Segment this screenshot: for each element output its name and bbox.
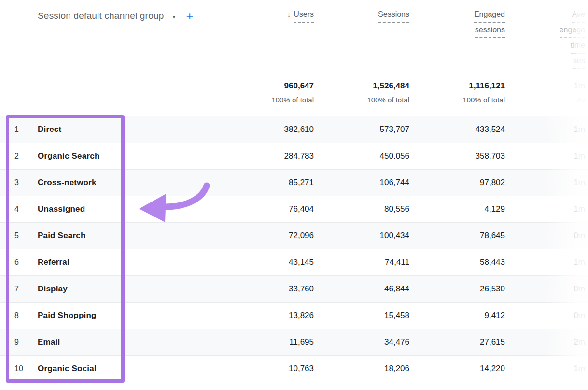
sessions-value: 100,434 bbox=[314, 231, 409, 241]
users-value: 11,695 bbox=[233, 337, 314, 347]
row-rank: 6 bbox=[14, 258, 38, 267]
channel-label: Organic Social bbox=[38, 364, 97, 374]
row-rank: 7 bbox=[14, 285, 38, 293]
sessions-column-header[interactable]: Sessions bbox=[314, 10, 409, 23]
channel-label: Email bbox=[38, 337, 60, 347]
table-row: 4Unassigned 76,404 80,556 4,129 1m bbox=[0, 196, 588, 222]
table-row: 2Organic Search 284,783 450,056 358,703 … bbox=[0, 143, 588, 169]
row-rank: 1 bbox=[14, 125, 38, 134]
users-value: 33,760 bbox=[233, 284, 314, 294]
sessions-value: 18,206 bbox=[314, 364, 409, 374]
totals-users-value: 960,647 bbox=[233, 81, 314, 91]
avg-engagement-value: 0m bbox=[505, 311, 588, 320]
channel-label: Organic Search bbox=[38, 151, 99, 161]
sessions-value: 46,844 bbox=[314, 284, 409, 294]
totals-sessions-value: 1,526,484 bbox=[314, 81, 409, 91]
avg-header-line3[interactable]: time bbox=[571, 41, 585, 54]
avg-engagement-value: 0m bbox=[505, 284, 588, 294]
avg-header-line2[interactable]: engage bbox=[560, 25, 585, 38]
avg-engagement-value: 1m bbox=[505, 178, 588, 188]
sessions-value: 15,458 bbox=[314, 311, 409, 320]
totals-avg-subtext: Av bbox=[505, 96, 585, 104]
engaged-value: 9,412 bbox=[409, 311, 505, 320]
channel-label: Unassigned bbox=[38, 204, 85, 214]
channel-label: Direct bbox=[38, 125, 61, 134]
totals-engaged-cell: 1,116,121 100% of total bbox=[409, 81, 505, 104]
avg-header-line1[interactable]: Ave bbox=[572, 10, 585, 23]
users-value: 10,763 bbox=[233, 364, 314, 374]
avg-engagement-value: 1m bbox=[505, 125, 588, 134]
table-row: 6Referral 43,145 74,411 58,443 1m bbox=[0, 249, 588, 275]
users-header-label[interactable]: Users bbox=[294, 10, 314, 23]
table-row: 8Paid Shopping 13,826 15,458 9,412 0m bbox=[0, 302, 588, 329]
avg-header-line4[interactable]: ses bbox=[573, 56, 585, 69]
totals-sessions-cell: 1,526,484 100% of total bbox=[314, 81, 409, 104]
totals-avg-cell: 1m Av bbox=[505, 81, 588, 104]
channel-label: Cross-network bbox=[38, 178, 97, 188]
sessions-value: 573,707 bbox=[314, 125, 409, 134]
engaged-header-line1[interactable]: Engaged bbox=[474, 10, 505, 23]
row-rank: 10 bbox=[14, 364, 38, 373]
engaged-value: 78,645 bbox=[409, 231, 505, 241]
users-value: 284,783 bbox=[233, 151, 314, 161]
engaged-value: 358,703 bbox=[409, 151, 505, 161]
engaged-value: 4,129 bbox=[409, 204, 505, 214]
engaged-value: 433,524 bbox=[409, 125, 505, 134]
table-row: 10Organic Social 10,763 18,206 14,220 1m bbox=[0, 355, 588, 382]
avg-engagement-value: 1m bbox=[505, 204, 588, 214]
channel-label: Referral bbox=[38, 258, 70, 267]
row-rank: 2 bbox=[14, 152, 38, 160]
row-rank: 9 bbox=[14, 338, 38, 347]
channel-label: Paid Search bbox=[38, 231, 86, 241]
engaged-value: 97,802 bbox=[409, 178, 505, 188]
totals-sessions-subtext: 100% of total bbox=[314, 96, 409, 104]
table-row: 3Cross-network 85,271 106,744 97,802 1m bbox=[0, 169, 588, 196]
engaged-value: 58,443 bbox=[409, 258, 505, 267]
avg-engagement-value: 2m bbox=[505, 337, 588, 347]
users-value: 43,145 bbox=[233, 258, 314, 267]
row-rank: 5 bbox=[14, 231, 38, 240]
users-value: 76,404 bbox=[233, 204, 314, 214]
users-value: 85,271 bbox=[233, 178, 314, 188]
avg-engagement-value: 1m bbox=[505, 364, 588, 374]
engaged-value: 26,530 bbox=[409, 284, 505, 294]
engaged-value: 27,615 bbox=[409, 337, 505, 347]
engaged-header-line2[interactable]: sessions bbox=[475, 25, 505, 38]
engaged-sessions-column-header[interactable]: Engaged sessions bbox=[409, 10, 505, 41]
table-row: 1Direct 382,610 573,707 433,524 1m bbox=[0, 116, 588, 143]
users-value: 13,826 bbox=[233, 311, 314, 320]
row-rank: 3 bbox=[14, 178, 38, 187]
sessions-value: 74,411 bbox=[314, 258, 409, 267]
avg-engagement-value: 1m bbox=[505, 258, 588, 267]
table-row: 5Paid Search 72,096 100,434 78,645 0m bbox=[0, 222, 588, 249]
totals-engaged-subtext: 100% of total bbox=[409, 96, 505, 104]
users-value: 72,096 bbox=[233, 231, 314, 241]
totals-engaged-value: 1,116,121 bbox=[409, 81, 505, 91]
sort-descending-icon: ↓ bbox=[287, 10, 291, 18]
channel-label: Paid Shopping bbox=[38, 311, 97, 320]
avg-engagement-column-header[interactable]: Ave engage time ses bbox=[505, 10, 588, 72]
users-column-header[interactable]: ↓Users bbox=[233, 10, 314, 23]
table-body: 1Direct 382,610 573,707 433,524 1m 2Orga… bbox=[0, 116, 588, 382]
row-rank: 4 bbox=[14, 205, 38, 214]
sessions-value: 450,056 bbox=[314, 151, 409, 161]
avg-engagement-value: 1m bbox=[505, 151, 588, 161]
channel-label: Display bbox=[38, 284, 68, 294]
sessions-value: 34,476 bbox=[314, 337, 409, 347]
totals-avg-value: 1m bbox=[505, 81, 585, 91]
totals-row: 960,647 100% of total 1,526,484 100% of … bbox=[0, 81, 588, 104]
engaged-value: 14,220 bbox=[409, 364, 505, 374]
totals-users-subtext: 100% of total bbox=[233, 96, 314, 104]
table-row: 9Email 11,695 34,476 27,615 2m bbox=[0, 329, 588, 355]
avg-engagement-value: 0m bbox=[505, 231, 588, 241]
sessions-header-label[interactable]: Sessions bbox=[378, 10, 409, 23]
users-value: 382,610 bbox=[233, 125, 314, 134]
column-header-row: ↓Users Sessions Engaged sessions Ave eng… bbox=[0, 10, 588, 72]
table-row: 7Display 33,760 46,844 26,530 0m bbox=[0, 275, 588, 302]
table-header: ↓Users Sessions Engaged sessions Ave eng… bbox=[0, 0, 588, 116]
sessions-value: 80,556 bbox=[314, 204, 409, 214]
sessions-value: 106,744 bbox=[314, 178, 409, 188]
totals-users-cell: 960,647 100% of total bbox=[233, 81, 314, 104]
column-divider bbox=[233, 0, 233, 382]
row-rank: 8 bbox=[14, 311, 38, 320]
